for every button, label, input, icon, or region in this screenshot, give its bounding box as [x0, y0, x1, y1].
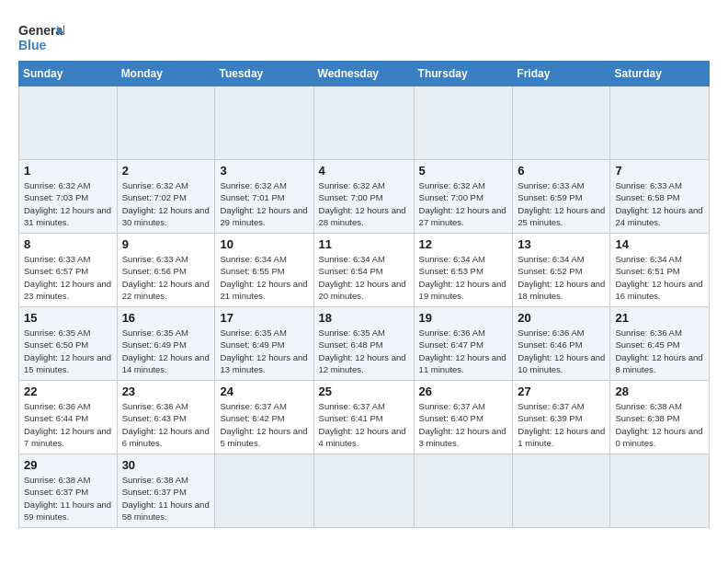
day-number: 26 [419, 385, 508, 398]
day-number: 14 [615, 237, 704, 251]
day-detail: Sunrise: 6:37 AMSunset: 6:41 PMDaylight:… [319, 401, 406, 448]
calendar-cell: 22 Sunrise: 6:36 AMSunset: 6:44 PMDaylig… [19, 381, 118, 454]
day-number: 19 [419, 311, 508, 325]
day-number: 5 [419, 164, 508, 178]
day-number: 29 [24, 458, 112, 472]
calendar-cell: 26 Sunrise: 6:37 AMSunset: 6:40 PMDaylig… [414, 381, 513, 454]
day-detail: Sunrise: 6:33 AMSunset: 6:57 PMDaylight:… [24, 254, 111, 301]
day-number: 20 [518, 311, 605, 325]
calendar-cell: 10 Sunrise: 6:34 AMSunset: 6:55 PMDaylig… [215, 234, 313, 307]
calendar-table: SundayMondayTuesdayWednesdayThursdayFrid… [18, 61, 710, 528]
day-detail: Sunrise: 6:37 AMSunset: 6:42 PMDaylight:… [220, 401, 307, 448]
day-detail: Sunrise: 6:34 AMSunset: 6:52 PMDaylight:… [518, 254, 605, 301]
day-number: 21 [615, 311, 704, 325]
calendar-cell: 9 Sunrise: 6:33 AMSunset: 6:56 PMDayligh… [117, 234, 215, 307]
day-detail: Sunrise: 6:35 AMSunset: 6:50 PMDaylight:… [24, 327, 111, 374]
calendar-header-thursday: Thursday [414, 62, 513, 86]
calendar-cell: 15 Sunrise: 6:35 AMSunset: 6:50 PMDaylig… [19, 307, 118, 381]
calendar-cell: 18 Sunrise: 6:35 AMSunset: 6:48 PMDaylig… [313, 307, 414, 381]
calendar-cell [19, 86, 118, 160]
calendar-cell [215, 454, 313, 528]
day-detail: Sunrise: 6:34 AMSunset: 6:55 PMDaylight:… [220, 254, 307, 301]
day-detail: Sunrise: 6:34 AMSunset: 6:51 PMDaylight:… [615, 254, 702, 301]
day-detail: Sunrise: 6:33 AMSunset: 6:56 PMDaylight:… [122, 254, 210, 301]
day-number: 9 [122, 237, 210, 251]
day-number: 28 [615, 385, 704, 398]
day-number: 18 [319, 311, 409, 325]
day-detail: Sunrise: 6:32 AMSunset: 7:00 PMDaylight:… [419, 180, 506, 227]
day-detail: Sunrise: 6:33 AMSunset: 6:59 PMDaylight:… [518, 180, 605, 227]
calendar-cell: 24 Sunrise: 6:37 AMSunset: 6:42 PMDaylig… [215, 381, 313, 454]
day-detail: Sunrise: 6:38 AMSunset: 6:38 PMDaylight:… [615, 401, 702, 448]
calendar-cell [313, 86, 414, 160]
day-number: 16 [122, 311, 210, 325]
day-detail: Sunrise: 6:36 AMSunset: 6:46 PMDaylight:… [518, 327, 605, 374]
calendar-header-friday: Friday [513, 62, 610, 86]
day-number: 25 [319, 385, 409, 398]
calendar-cell [313, 454, 414, 528]
calendar-cell: 28 Sunrise: 6:38 AMSunset: 6:38 PMDaylig… [610, 381, 710, 454]
day-number: 1 [24, 164, 112, 178]
calendar-week-5: 29 Sunrise: 6:38 AMSunset: 6:37 PMDaylig… [19, 454, 710, 528]
calendar-cell: 29 Sunrise: 6:38 AMSunset: 6:37 PMDaylig… [19, 454, 118, 528]
day-detail: Sunrise: 6:35 AMSunset: 6:48 PMDaylight:… [319, 327, 406, 374]
day-number: 23 [122, 385, 210, 398]
day-detail: Sunrise: 6:36 AMSunset: 6:47 PMDaylight:… [419, 327, 506, 374]
day-number: 13 [518, 237, 605, 251]
calendar-cell: 12 Sunrise: 6:34 AMSunset: 6:53 PMDaylig… [414, 234, 513, 307]
day-detail: Sunrise: 6:35 AMSunset: 6:49 PMDaylight:… [122, 327, 210, 374]
calendar-cell: 4 Sunrise: 6:32 AMSunset: 7:00 PMDayligh… [313, 160, 414, 234]
day-number: 30 [122, 458, 210, 472]
calendar-cell [513, 454, 610, 528]
calendar-cell: 14 Sunrise: 6:34 AMSunset: 6:51 PMDaylig… [610, 234, 710, 307]
calendar-cell [215, 86, 313, 160]
day-detail: Sunrise: 6:32 AMSunset: 7:01 PMDaylight:… [220, 180, 307, 227]
day-number: 22 [24, 385, 112, 398]
calendar-week-1: 1 Sunrise: 6:32 AMSunset: 7:03 PMDayligh… [19, 160, 710, 234]
calendar-cell: 7 Sunrise: 6:33 AMSunset: 6:58 PMDayligh… [610, 160, 710, 234]
calendar-cell: 13 Sunrise: 6:34 AMSunset: 6:52 PMDaylig… [513, 234, 610, 307]
calendar-cell: 3 Sunrise: 6:32 AMSunset: 7:01 PMDayligh… [215, 160, 313, 234]
day-detail: Sunrise: 6:36 AMSunset: 6:43 PMDaylight:… [122, 401, 210, 448]
day-number: 4 [319, 164, 409, 178]
day-detail: Sunrise: 6:37 AMSunset: 6:39 PMDaylight:… [518, 401, 605, 448]
day-detail: Sunrise: 6:38 AMSunset: 6:37 PMDaylight:… [24, 475, 111, 522]
calendar-cell: 25 Sunrise: 6:37 AMSunset: 6:41 PMDaylig… [313, 381, 414, 454]
calendar-cell: 6 Sunrise: 6:33 AMSunset: 6:59 PMDayligh… [513, 160, 610, 234]
logo-icon: General Blue [18, 18, 64, 55]
svg-text:Blue: Blue [18, 38, 47, 52]
calendar-cell: 21 Sunrise: 6:36 AMSunset: 6:45 PMDaylig… [610, 307, 710, 381]
calendar-cell: 1 Sunrise: 6:32 AMSunset: 7:03 PMDayligh… [19, 160, 118, 234]
calendar-cell [610, 454, 710, 528]
day-number: 10 [220, 237, 308, 251]
day-number: 2 [122, 164, 210, 178]
calendar-header-saturday: Saturday [610, 62, 710, 86]
calendar-cell [414, 86, 513, 160]
calendar-header-monday: Monday [117, 62, 215, 86]
calendar-week-0 [19, 86, 710, 160]
day-number: 8 [24, 237, 112, 251]
logo: General Blue [18, 18, 64, 55]
page: General Blue SundayMondayTuesdayWednesda… [0, 0, 728, 537]
day-number: 27 [518, 385, 605, 398]
calendar-cell [513, 86, 610, 160]
calendar-cell: 16 Sunrise: 6:35 AMSunset: 6:49 PMDaylig… [117, 307, 215, 381]
day-number: 17 [220, 311, 308, 325]
calendar-cell: 30 Sunrise: 6:38 AMSunset: 6:37 PMDaylig… [117, 454, 215, 528]
calendar-header-tuesday: Tuesday [215, 62, 313, 86]
calendar-cell: 5 Sunrise: 6:32 AMSunset: 7:00 PMDayligh… [414, 160, 513, 234]
calendar-cell: 17 Sunrise: 6:35 AMSunset: 6:49 PMDaylig… [215, 307, 313, 381]
day-detail: Sunrise: 6:36 AMSunset: 6:44 PMDaylight:… [24, 401, 111, 448]
day-detail: Sunrise: 6:37 AMSunset: 6:40 PMDaylight:… [419, 401, 506, 448]
calendar-cell [610, 86, 710, 160]
calendar-cell: 23 Sunrise: 6:36 AMSunset: 6:43 PMDaylig… [117, 381, 215, 454]
day-number: 6 [518, 164, 605, 178]
calendar-cell [117, 86, 215, 160]
day-detail: Sunrise: 6:33 AMSunset: 6:58 PMDaylight:… [615, 180, 702, 227]
day-number: 12 [419, 237, 508, 251]
calendar-cell: 2 Sunrise: 6:32 AMSunset: 7:02 PMDayligh… [117, 160, 215, 234]
calendar-cell: 8 Sunrise: 6:33 AMSunset: 6:57 PMDayligh… [19, 234, 118, 307]
calendar-body: 1 Sunrise: 6:32 AMSunset: 7:03 PMDayligh… [19, 86, 710, 528]
calendar-cell: 11 Sunrise: 6:34 AMSunset: 6:54 PMDaylig… [313, 234, 414, 307]
day-number: 15 [24, 311, 112, 325]
